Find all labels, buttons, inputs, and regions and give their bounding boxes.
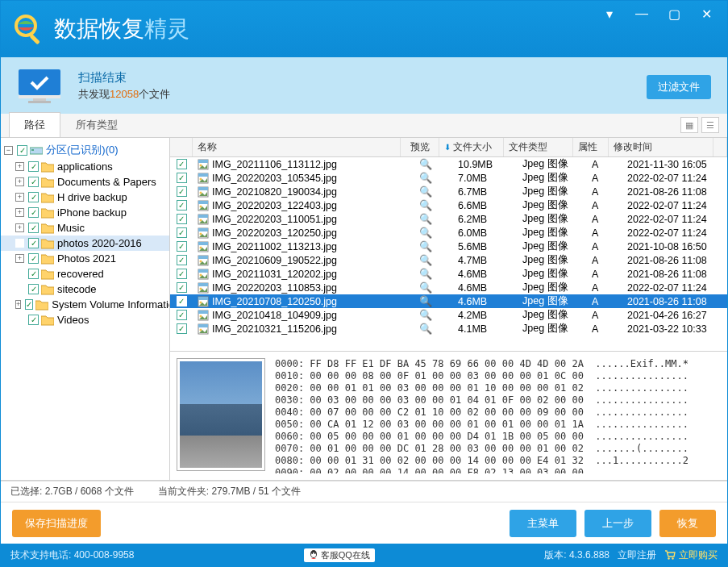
magnifier-icon[interactable]: 🔍 [419,323,432,335]
magnifier-icon[interactable]: 🔍 [419,227,432,239]
tree-item[interactable]: ✓Videos [1,312,169,327]
tree-item[interactable]: +✓Photos 2021 [1,251,169,266]
magnifier-icon[interactable]: 🔍 [419,172,432,184]
file-row[interactable]: ✓IMG_20211106_113112.jpg🔍10.9MBJpeg 图像A2… [170,157,727,171]
file-row[interactable]: ✓IMG_20220203_110853.jpg🔍4.6MBJpeg 图像A20… [170,281,727,294]
expand-icon[interactable]: + [15,223,24,232]
checkbox-icon[interactable]: ✓ [177,173,187,183]
checkbox-icon[interactable]: ✓ [28,253,39,264]
expand-icon[interactable]: + [15,193,24,202]
column-date[interactable]: 修改时间 [609,138,713,156]
checkbox-icon[interactable]: ✓ [177,282,187,293]
checkbox-icon[interactable]: ✓ [177,255,187,265]
checkbox-icon[interactable]: ✓ [177,241,187,252]
expand-icon[interactable]: + [15,162,24,171]
file-row[interactable]: ✓IMG_20220203_122403.jpg🔍6.6MBJpeg 图像A20… [170,198,727,212]
checkbox-icon[interactable]: ✓ [177,200,187,211]
checkbox-header[interactable] [170,138,193,156]
file-size: 6.7MB [453,186,518,198]
main-menu-button[interactable]: 主菜单 [510,510,576,537]
checkbox-icon[interactable]: ✓ [28,177,39,187]
qq-support-button[interactable]: 客服QQ在线 [304,548,375,562]
tree-root[interactable]: − ✓ 分区(已识别)(0) [1,141,169,159]
checkbox-icon[interactable]: ✓ [28,238,39,248]
magnifier-icon[interactable]: 🔍 [419,254,432,266]
magnifier-icon[interactable]: 🔍 [419,158,432,170]
save-progress-button[interactable]: 保存扫描进度 [12,510,101,537]
file-row[interactable]: ✓IMG_20220203_110051.jpg🔍6.2MBJpeg 图像A20… [170,212,727,226]
tree-item[interactable]: +✓H drive backup [1,190,169,205]
expand-icon[interactable]: + [15,254,24,263]
column-name[interactable]: 名称 [193,138,401,156]
minimize-icon[interactable]: — [626,2,658,25]
checkbox-icon[interactable]: ✓ [177,269,187,279]
recover-button[interactable]: 恢复 [659,510,716,537]
register-link[interactable]: 立即注册 [618,548,656,562]
tab-path[interactable]: 路径 [9,112,60,137]
column-attr[interactable]: 属性 [573,138,609,156]
checkbox-icon[interactable]: ✓ [28,223,39,233]
expand-icon[interactable]: + [15,208,24,217]
file-row[interactable]: ✓IMG_20220203_120250.jpg🔍6.0MBJpeg 图像A20… [170,226,727,240]
tab-all-types[interactable]: 所有类型 [60,112,133,137]
tree-item[interactable]: +✓applications [1,159,169,174]
expand-icon[interactable]: + [15,177,24,186]
list-view-icon[interactable]: ☰ [701,117,719,133]
file-attr: A [587,186,622,198]
magnifier-icon[interactable]: 🔍 [419,213,432,225]
tree-item[interactable]: +✓Documents & Papers [1,174,169,190]
checkbox-icon[interactable]: ✓ [28,315,39,325]
checkbox-icon[interactable]: ✓ [177,227,187,238]
file-row[interactable]: ✓IMG_20210708_120250.jpg🔍4.6MBJpeg 图像A20… [170,294,727,308]
collapse-icon[interactable]: − [4,146,13,155]
grid-view-icon[interactable]: ▦ [680,117,698,133]
magnifier-icon[interactable]: 🔍 [419,186,432,198]
file-row[interactable]: ✓IMG_20210321_115206.jpg🔍4.1MBJpeg 图像A20… [170,322,727,336]
dropdown-icon[interactable]: ▾ [593,2,626,25]
tree-item[interactable]: +✓System Volume Information [1,297,169,312]
checkbox-icon[interactable]: ✓ [25,299,33,310]
column-size[interactable]: ⬇文件大小 [439,138,504,156]
magnifier-icon[interactable]: 🔍 [419,240,432,252]
file-row[interactable]: ✓IMG_20210418_104909.jpg🔍4.2MBJpeg 图像A20… [170,308,727,322]
tree-item[interactable]: +✓iPhone backup [1,205,169,220]
checkbox-icon[interactable]: ✓ [177,310,187,320]
checkbox-icon[interactable]: ✓ [28,269,39,279]
file-row[interactable]: ✓IMG_20210609_190522.jpg🔍4.7MBJpeg 图像A20… [170,253,727,267]
column-preview[interactable]: 预览 [401,138,439,156]
file-row[interactable]: ✓IMG_20211002_113213.jpg🔍5.6MBJpeg 图像A20… [170,240,727,253]
magnifier-icon[interactable]: 🔍 [419,199,432,211]
filter-files-button[interactable]: 过滤文件 [647,75,711,99]
checkbox-icon[interactable]: ✓ [28,207,39,218]
checkbox-icon[interactable]: ✓ [177,296,187,306]
file-row[interactable]: ✓IMG_20220203_105345.jpg🔍7.0MBJpeg 图像A20… [170,171,727,185]
file-size: 6.0MB [453,227,518,239]
maximize-icon[interactable]: ▢ [658,2,690,25]
close-icon[interactable]: ✕ [690,2,722,25]
magnifier-icon[interactable]: 🔍 [419,268,432,280]
folder-tree[interactable]: − ✓ 分区(已识别)(0) +✓applications+✓Documents… [1,138,170,480]
checkbox-icon[interactable]: ✓ [177,186,187,197]
checkbox-icon[interactable]: ✓ [28,192,39,202]
checkbox-icon[interactable]: ✓ [28,161,39,172]
checkbox-icon[interactable]: ✓ [177,214,187,224]
prev-step-button[interactable]: 上一步 [584,510,651,537]
column-type[interactable]: 文件类型 [504,138,573,156]
file-row[interactable]: ✓IMG_20211031_120202.jpg🔍4.6MBJpeg 图像A20… [170,267,727,281]
tree-item[interactable]: +✓Music [1,220,169,236]
checkbox-icon[interactable]: ✓ [28,284,39,294]
image-file-icon [198,173,209,184]
expand-icon[interactable]: + [15,300,21,309]
magnifier-icon[interactable]: 🔍 [419,295,432,307]
magnifier-icon[interactable]: 🔍 [419,281,432,294]
file-list-body[interactable]: ✓IMG_20211106_113112.jpg🔍10.9MBJpeg 图像A2… [170,157,727,351]
file-row[interactable]: ✓IMG_20210820_190034.jpg🔍6.7MBJpeg 图像A20… [170,185,727,198]
checkbox-icon[interactable]: ✓ [17,145,27,156]
tree-item[interactable]: ✓recovered [1,266,169,281]
magnifier-icon[interactable]: 🔍 [419,309,432,321]
tree-item[interactable]: ✓photos 2020-2016 [1,236,169,251]
tree-item[interactable]: ✓sitecode [1,281,169,297]
buy-link[interactable]: 立即购买 [664,548,718,562]
checkbox-icon[interactable]: ✓ [177,159,187,169]
checkbox-icon[interactable]: ✓ [177,323,187,334]
